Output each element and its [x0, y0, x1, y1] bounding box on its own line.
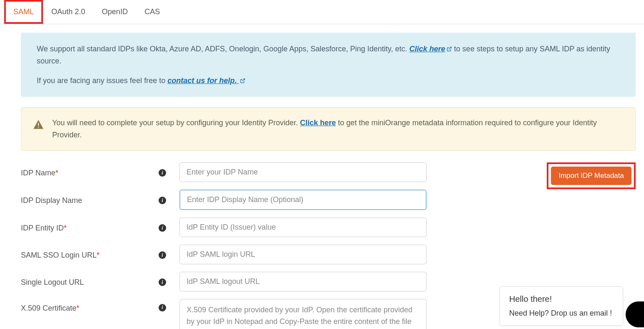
info-icon[interactable]: i	[159, 304, 166, 311]
x509-certificate-label: X.509 Certificate*	[21, 299, 159, 313]
idp-entity-id-label: IDP Entity ID*	[21, 222, 159, 233]
info-text: We support all standard IDPs like Okta, …	[37, 45, 409, 53]
chat-greeting: Hello there!	[509, 294, 614, 304]
tab-bar: SAML OAuth 2.0 OpenID CAS	[0, 0, 644, 24]
warn-text: You will need to complete your setup by …	[52, 119, 300, 127]
single-logout-url-input[interactable]	[179, 272, 427, 291]
chat-widget-area: Hello there! Need Help? Drop us an email…	[636, 315, 644, 329]
info-icon[interactable]: i	[159, 197, 166, 204]
tab-oauth[interactable]: OAuth 2.0	[43, 0, 93, 24]
tab-saml[interactable]: SAML	[6, 2, 41, 22]
svg-line-0	[449, 47, 451, 50]
idp-name-input[interactable]	[179, 162, 427, 182]
external-link-icon	[240, 78, 245, 84]
highlight-import-button: Import IDP Metadata	[547, 162, 636, 189]
external-link-icon	[447, 46, 452, 52]
contact-us-link[interactable]: contact us for help.	[167, 76, 245, 85]
x509-certificate-input[interactable]	[179, 299, 427, 329]
tab-cas[interactable]: CAS	[136, 0, 168, 24]
idp-name-label: IDP Name*	[21, 167, 159, 177]
warning-banner: You will need to complete your setup by …	[21, 107, 636, 151]
info-icon[interactable]: i	[159, 224, 166, 232]
chat-bubble[interactable]: Hello there! Need Help? Drop us an email…	[500, 286, 623, 326]
info-icon[interactable]: i	[159, 278, 166, 286]
idp-display-name-input[interactable]	[179, 190, 427, 210]
idp-entity-id-input[interactable]	[179, 218, 427, 237]
idp-display-name-label: IDP Display Name	[21, 195, 159, 205]
click-here-setup-link[interactable]: Click here	[409, 45, 452, 53]
svg-rect-2	[38, 123, 39, 126]
import-idp-metadata-button[interactable]: Import IDP Metadata	[551, 167, 631, 185]
chat-message: Need Help? Drop us an email !	[509, 309, 614, 318]
info-icon[interactable]: i	[159, 251, 166, 259]
single-logout-url-label: Single Logout URL	[21, 276, 159, 287]
warning-icon	[33, 119, 44, 133]
saml-sso-login-url-label: SAML SSO Login URL*	[21, 249, 159, 260]
svg-line-1	[242, 78, 245, 81]
info-text: If you are facing any issues feel free t…	[37, 76, 167, 85]
click-here-metadata-link[interactable]: Click here	[300, 119, 336, 127]
info-banner: We support all standard IDPs like Okta, …	[21, 33, 636, 97]
tab-openid[interactable]: OpenID	[93, 0, 136, 24]
info-icon[interactable]: i	[159, 169, 166, 177]
svg-rect-3	[38, 127, 39, 128]
highlight-saml-tab: SAML	[4, 0, 43, 24]
saml-sso-login-url-input[interactable]	[179, 245, 427, 264]
